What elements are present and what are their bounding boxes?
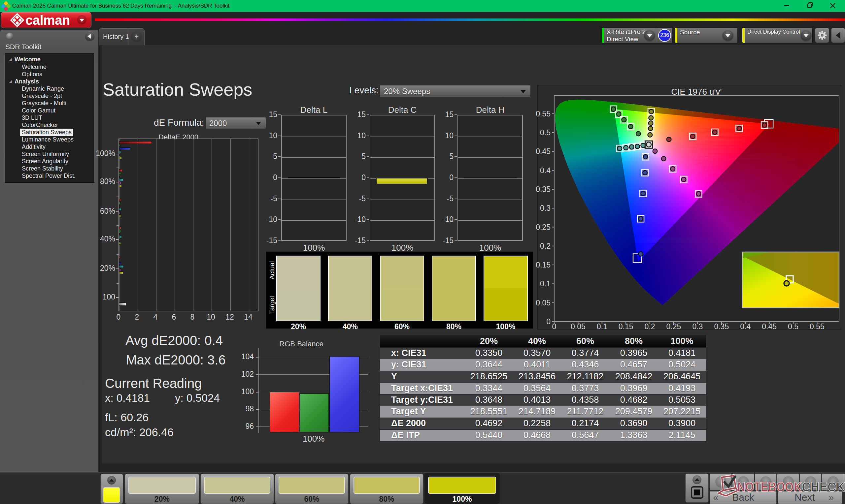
svg-text:0.4: 0.4 — [740, 322, 751, 331]
svg-text:0.15: 0.15 — [536, 260, 550, 269]
svg-text:0.3: 0.3 — [540, 204, 550, 212]
svg-text:0.5: 0.5 — [540, 128, 550, 137]
svg-text:0.45: 0.45 — [536, 147, 550, 156]
svg-text:0.35: 0.35 — [714, 322, 729, 331]
svg-text:0.2: 0.2 — [645, 322, 655, 331]
svg-text:0.1: 0.1 — [597, 322, 608, 331]
svg-text:0.15: 0.15 — [619, 322, 633, 331]
svg-text:0: 0 — [546, 317, 550, 326]
svg-text:0.05: 0.05 — [571, 322, 585, 331]
svg-text:0.35: 0.35 — [536, 185, 550, 194]
svg-text:0.25: 0.25 — [536, 223, 550, 232]
svg-text:0.05: 0.05 — [536, 299, 550, 307]
svg-text:0.55: 0.55 — [810, 322, 825, 331]
svg-text:NOTEBOOK: NOTEBOOK — [737, 480, 802, 494]
svg-text:0.2: 0.2 — [540, 242, 550, 250]
svg-text:0.55: 0.55 — [536, 109, 550, 118]
svg-text:0.25: 0.25 — [666, 322, 681, 331]
svg-text:CHECK: CHECK — [802, 480, 845, 494]
svg-text:0.5: 0.5 — [788, 322, 798, 331]
svg-text:0: 0 — [552, 322, 557, 331]
svg-text:0.1: 0.1 — [540, 280, 550, 288]
svg-text:0.4: 0.4 — [540, 166, 550, 175]
svg-text:0.3: 0.3 — [692, 322, 703, 331]
svg-text:0.45: 0.45 — [762, 322, 777, 331]
